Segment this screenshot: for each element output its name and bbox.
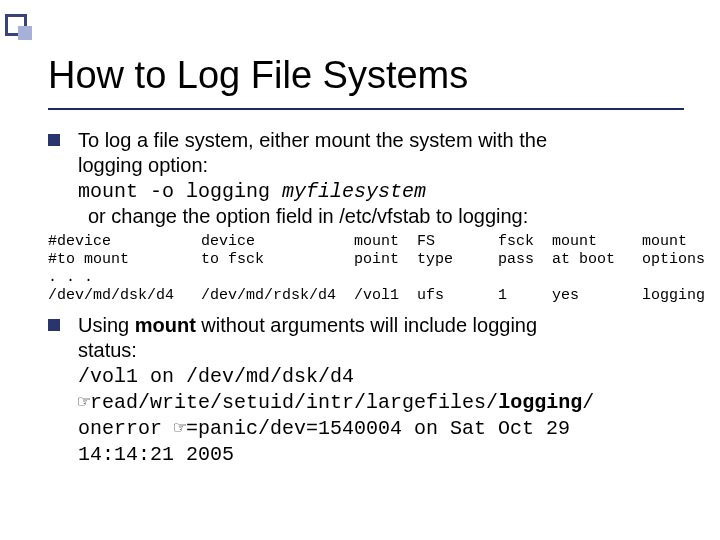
title-underline	[48, 108, 684, 110]
bullet-item: To log a file system, either mount the s…	[48, 128, 684, 229]
text: or change the option field in /etc/vfsta…	[78, 204, 528, 229]
slide: How to Log File Systems To log a file sy…	[0, 0, 720, 540]
output-text: read/write/setuid/intr/largefiles/	[90, 391, 498, 414]
output-text: onerror	[78, 417, 174, 440]
text: To log a file system, either mount the s…	[78, 129, 547, 151]
pointer-icon: ☞	[78, 391, 90, 414]
page-title: How to Log File Systems	[48, 54, 468, 97]
vfstab-line: /dev/md/dsk/d4 /dev/md/rdsk/d4 /vol1 ufs…	[48, 287, 705, 304]
output-text: =panic/dev=1540004 on Sat Oct 29	[186, 417, 570, 440]
output-text: /vol1 on /dev/md/dsk/d4	[78, 365, 354, 388]
vfstab-line: #to mount to fsck point type pass at boo…	[48, 251, 705, 268]
text: status:	[78, 339, 137, 361]
output-text-bold: logging	[498, 391, 582, 414]
output-text: /	[582, 391, 594, 414]
bullet-text: To log a file system, either mount the s…	[78, 128, 547, 229]
square-icon	[18, 26, 32, 40]
vfstab-line: . . .	[48, 269, 93, 286]
output-text: 14:14:21 2005	[78, 443, 234, 466]
command-text: mount -o logging	[78, 180, 282, 203]
command-arg: myfilesystem	[282, 180, 426, 203]
bullet-item: Using mount without arguments will inclu…	[48, 313, 684, 467]
text: without arguments will include logging	[196, 314, 537, 336]
text: Using	[78, 314, 135, 336]
content-area: To log a file system, either mount the s…	[48, 128, 684, 471]
vfstab-block: #device device mount FS fsck mount mount…	[48, 233, 684, 305]
text-bold: mount	[135, 314, 196, 336]
text: logging option:	[78, 154, 208, 176]
pointer-icon: ☞	[174, 417, 186, 440]
bullet-text: Using mount without arguments will inclu…	[78, 313, 594, 467]
bullet-icon	[48, 319, 60, 331]
bullet-icon	[48, 134, 60, 146]
vfstab-line: #device device mount FS fsck mount mount	[48, 233, 687, 250]
